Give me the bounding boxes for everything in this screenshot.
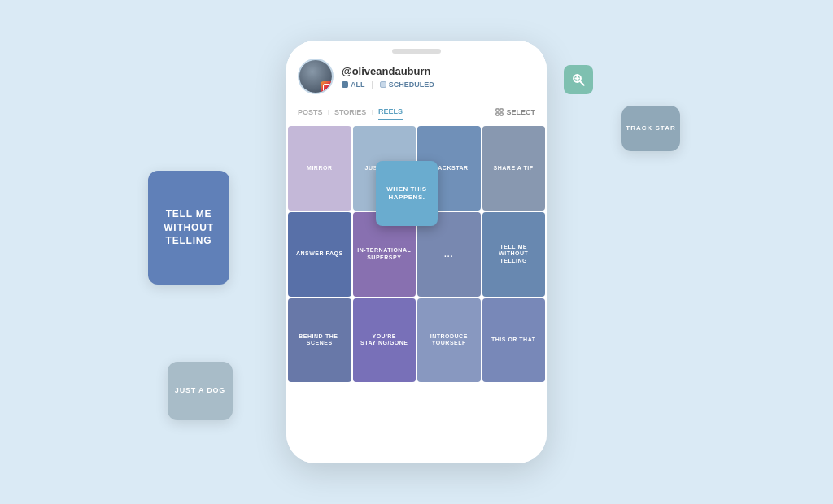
filter-scheduled-dot bbox=[380, 81, 386, 88]
phone-inner: @oliveandauburn ALL | SCHEDULED bbox=[286, 41, 547, 463]
svg-rect-4 bbox=[496, 109, 499, 111]
grid-cell-this-or-that-label: THIS OR THAT bbox=[491, 337, 535, 343]
svg-rect-6 bbox=[496, 113, 499, 115]
grid-cell-behind-scenes-label: BEHIND-THE-SCENES bbox=[291, 333, 348, 347]
grid-cell-youre-staying[interactable]: YOU'RE STAYING/GONE bbox=[353, 298, 416, 383]
filter-all-label: ALL bbox=[351, 80, 365, 89]
floating-card-just-dog: JUST A DOG bbox=[168, 362, 233, 420]
grid-cell-this-or-that[interactable]: THIS OR THAT bbox=[482, 298, 546, 383]
search-icon bbox=[571, 72, 586, 87]
tab-posts[interactable]: POSTS bbox=[298, 105, 323, 119]
grid-cell-answer-faqs[interactable]: ANSWER FAQS bbox=[288, 212, 351, 297]
filter-scheduled-button[interactable]: SCHEDULED bbox=[380, 80, 434, 89]
svg-rect-5 bbox=[500, 109, 503, 111]
svg-rect-7 bbox=[500, 113, 503, 115]
username: @oliveandauburn bbox=[342, 65, 535, 77]
grid-cell-share-a-tip[interactable]: SHARE A TIP bbox=[482, 126, 546, 211]
grid-cell-introduce-yourself-label: INTRODUCE YOURSELF bbox=[421, 333, 478, 347]
profile-info: @oliveandauburn ALL | SCHEDULED bbox=[342, 65, 535, 89]
filter-scheduled-label: SCHEDULED bbox=[389, 80, 434, 89]
grid-cell-mirror-label: MIRROR bbox=[307, 165, 332, 172]
grid-cell-tell-me-label: TELL ME WITHOUT TELLING bbox=[486, 244, 543, 264]
tab-stories[interactable]: STORIES bbox=[334, 105, 366, 119]
tab-nav: POSTS I STORIES I REELS SELECT bbox=[286, 101, 547, 124]
instagram-badge bbox=[321, 81, 334, 94]
grid-cell-youre-staying-label: YOU'RE STAYING/GONE bbox=[356, 333, 413, 347]
filter-row: ALL | SCHEDULED bbox=[342, 80, 535, 89]
grid-cell-share-a-tip-label: SHARE A TIP bbox=[494, 165, 534, 172]
floating-card-track-star: TRACK STAR bbox=[621, 106, 680, 151]
filter-divider: | bbox=[372, 80, 373, 89]
select-label: SELECT bbox=[506, 108, 535, 116]
phone-mockup: @oliveandauburn ALL | SCHEDULED bbox=[286, 41, 547, 463]
phone-top-bar bbox=[392, 49, 441, 54]
avatar bbox=[298, 59, 334, 94]
filter-all-dot bbox=[342, 81, 348, 88]
grid-cell-behind-scenes[interactable]: BEHIND-THE-SCENES bbox=[288, 298, 351, 383]
grid-cell-answer-faqs-label: ANSWER FAQS bbox=[296, 250, 343, 257]
grid-cell-introduce-yourself[interactable]: INTRODUCE YOURSELF bbox=[417, 298, 481, 383]
select-button[interactable]: SELECT bbox=[495, 108, 535, 116]
tab-sep-2: I bbox=[371, 108, 373, 116]
tab-reels[interactable]: REELS bbox=[378, 104, 403, 120]
filter-all-button[interactable]: ALL bbox=[342, 80, 365, 89]
grid-cell-dots-label: ... bbox=[444, 250, 453, 259]
instagram-badge-inner bbox=[323, 84, 331, 92]
select-icon bbox=[495, 108, 504, 116]
floating-card-tell-me: TELL ME WITHOUT TELLING bbox=[148, 171, 229, 285]
phone-screen: @oliveandauburn ALL | SCHEDULED bbox=[286, 41, 547, 463]
svg-line-1 bbox=[580, 81, 584, 85]
grid-cell-mirror[interactable]: MIRROR bbox=[288, 126, 351, 211]
popup-card-when-this-happens[interactable]: WHEN THIS HAPPENS. bbox=[376, 161, 438, 226]
search-button[interactable] bbox=[564, 65, 593, 94]
grid-cell-tell-me[interactable]: TELL ME WITHOUT TELLING bbox=[482, 212, 546, 297]
tab-sep-1: I bbox=[328, 108, 330, 116]
grid-cell-international-superspy-label: IN-TERNATIONAL SUPERSPY bbox=[356, 247, 413, 261]
